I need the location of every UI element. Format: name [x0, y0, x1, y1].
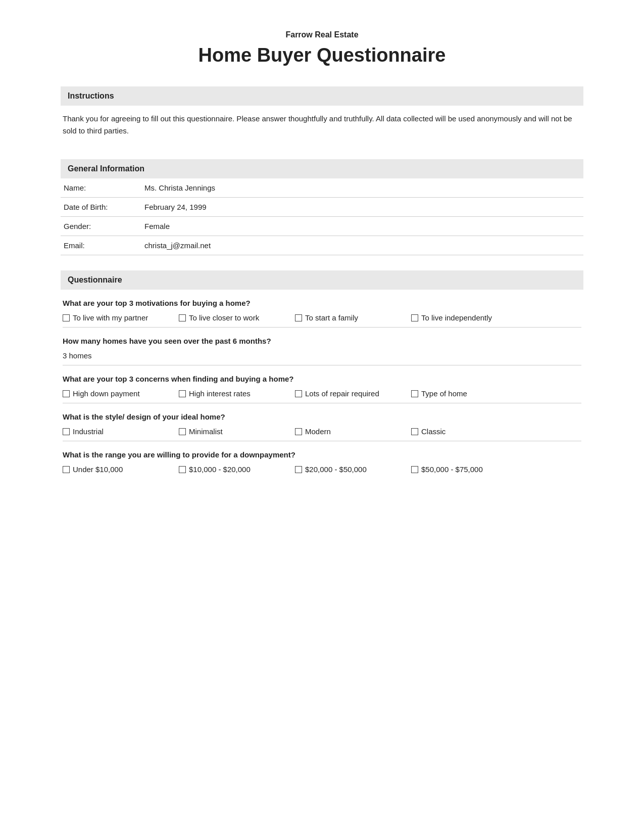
checkbox-item[interactable]: To start a family — [295, 313, 396, 322]
page-title: Home Buyer Questionnaire — [61, 44, 583, 66]
questionnaire-section: Questionnaire What are your top 3 motiva… — [61, 270, 583, 479]
info-label: Gender: — [61, 217, 141, 236]
info-row: Email:christa_j@zmail.net — [61, 236, 583, 255]
checkbox-item[interactable]: To live with my partner — [63, 313, 164, 322]
checkbox-item[interactable]: High down payment — [63, 389, 164, 398]
checkbox-label: Lots of repair required — [305, 389, 379, 398]
checkbox-label: To live independently — [421, 313, 492, 322]
checkbox-box[interactable] — [179, 466, 186, 473]
general-info-section: General Information Name:Ms. Christa Jen… — [61, 159, 583, 255]
info-value: Female — [141, 217, 583, 236]
checkbox-label: $20,000 - $50,000 — [305, 465, 367, 474]
checkbox-item[interactable]: Minimalist — [179, 427, 280, 436]
checkbox-label: To live with my partner — [73, 313, 148, 322]
checkbox-label: High interest rates — [189, 389, 251, 398]
checkbox-row: To live with my partnerTo live closer to… — [63, 313, 581, 322]
checkbox-box[interactable] — [411, 466, 418, 473]
checkbox-row: Under $10,000$10,000 - $20,000$20,000 - … — [63, 465, 581, 474]
checkbox-box[interactable] — [411, 428, 418, 435]
info-row: Gender:Female — [61, 217, 583, 236]
checkbox-item[interactable]: Classic — [411, 427, 512, 436]
question-block-q3: What are your top 3 concerns when findin… — [63, 365, 581, 403]
question-label: What are your top 3 motivations for buyi… — [63, 299, 581, 307]
question-block-q5: What is the range you are willing to pro… — [63, 441, 581, 479]
info-row: Date of Birth:February 24, 1999 — [61, 198, 583, 217]
checkbox-label: Modern — [305, 427, 331, 436]
checkbox-box[interactable] — [295, 428, 302, 435]
checkbox-box[interactable] — [411, 314, 418, 321]
checkbox-label: To start a family — [305, 313, 358, 322]
checkbox-item[interactable]: High interest rates — [179, 389, 280, 398]
info-label: Date of Birth: — [61, 198, 141, 217]
checkbox-box[interactable] — [295, 390, 302, 397]
question-block-q4: What is the style/ design of your ideal … — [63, 403, 581, 441]
checkbox-item[interactable]: $20,000 - $50,000 — [295, 465, 396, 474]
info-row: Name:Ms. Christa Jennings — [61, 178, 583, 198]
instructions-heading: Instructions — [61, 86, 583, 106]
checkbox-item[interactable]: To live independently — [411, 313, 512, 322]
question-label: What is the style/ design of your ideal … — [63, 412, 581, 421]
question-block-q2: How many homes have you seen over the pa… — [63, 328, 581, 365]
checkbox-box[interactable] — [411, 390, 418, 397]
checkbox-label: To live closer to work — [189, 313, 259, 322]
checkbox-item[interactable]: Modern — [295, 427, 396, 436]
checkbox-box[interactable] — [179, 428, 186, 435]
questionnaire-heading: Questionnaire — [61, 270, 583, 290]
instructions-body: Thank you for agreeing to fill out this … — [61, 106, 583, 144]
company-name: Farrow Real Estate — [61, 30, 583, 39]
checkbox-box[interactable] — [295, 466, 302, 473]
question-label: How many homes have you seen over the pa… — [63, 337, 581, 345]
checkbox-label: Under $10,000 — [73, 465, 123, 474]
checkbox-item[interactable]: Type of home — [411, 389, 512, 398]
checkbox-label: High down payment — [73, 389, 140, 398]
info-label: Name: — [61, 178, 141, 198]
checkbox-label: Industrial — [73, 427, 104, 436]
checkbox-item[interactable]: $10,000 - $20,000 — [179, 465, 280, 474]
checkbox-label: $50,000 - $75,000 — [421, 465, 483, 474]
info-label: Email: — [61, 236, 141, 255]
checkbox-box[interactable] — [295, 314, 302, 321]
checkbox-box[interactable] — [63, 428, 70, 435]
checkbox-item[interactable]: To live closer to work — [179, 313, 280, 322]
checkbox-item[interactable]: $50,000 - $75,000 — [411, 465, 512, 474]
general-info-table: Name:Ms. Christa JenningsDate of Birth:F… — [61, 178, 583, 255]
general-info-heading: General Information — [61, 159, 583, 178]
question-block-q1: What are your top 3 motivations for buyi… — [63, 290, 581, 328]
info-value: Ms. Christa Jennings — [141, 178, 583, 198]
checkbox-label: Minimalist — [189, 427, 223, 436]
checkbox-box[interactable] — [63, 390, 70, 397]
instructions-section: Instructions Thank you for agreeing to f… — [61, 86, 583, 144]
checkbox-box[interactable] — [179, 390, 186, 397]
checkbox-label: $10,000 - $20,000 — [189, 465, 251, 474]
checkbox-box[interactable] — [63, 314, 70, 321]
checkbox-box[interactable] — [179, 314, 186, 321]
checkbox-label: Type of home — [421, 389, 467, 398]
checkbox-item[interactable]: Under $10,000 — [63, 465, 164, 474]
checkbox-label: Classic — [421, 427, 445, 436]
info-value: February 24, 1999 — [141, 198, 583, 217]
checkbox-row: High down paymentHigh interest ratesLots… — [63, 389, 581, 398]
checkbox-item[interactable]: Industrial — [63, 427, 164, 436]
checkbox-item[interactable]: Lots of repair required — [295, 389, 396, 398]
checkbox-row: IndustrialMinimalistModernClassic — [63, 427, 581, 436]
question-label: What are your top 3 concerns when findin… — [63, 375, 581, 383]
question-label: What is the range you are willing to pro… — [63, 450, 581, 459]
checkbox-box[interactable] — [63, 466, 70, 473]
info-value: christa_j@zmail.net — [141, 236, 583, 255]
answer-text: 3 homes — [63, 351, 581, 360]
